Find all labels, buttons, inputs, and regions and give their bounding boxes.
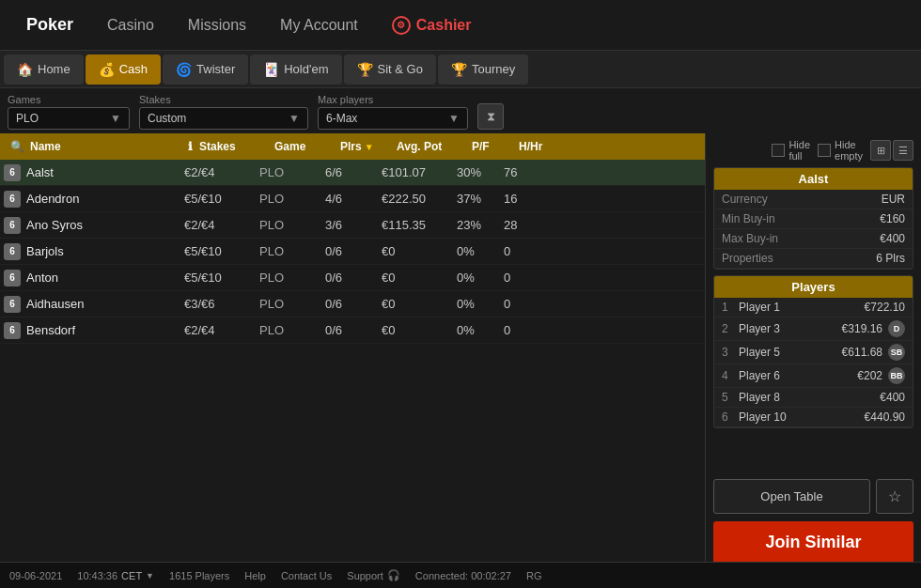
row-stakes: €3/€6: [184, 297, 259, 311]
player-num: 1: [722, 301, 733, 314]
hide-empty-checkbox-box[interactable]: [818, 144, 831, 157]
tourney-icon: 🏆: [451, 62, 467, 77]
favorite-button[interactable]: ☆: [876, 479, 913, 514]
status-help[interactable]: Help: [244, 570, 266, 581]
rg-label[interactable]: RG: [526, 570, 542, 581]
row-name: Aalst: [26, 165, 165, 179]
player-num: 2: [722, 322, 733, 335]
tab-cash[interactable]: 💰 Cash: [86, 54, 161, 85]
minbuyin-row: Min Buy-in €160: [714, 209, 913, 229]
maxbuyin-value: €400: [880, 232, 905, 245]
player-chips: €611.68: [821, 346, 882, 359]
nav-poker[interactable]: Poker: [9, 0, 90, 50]
stakes-filter-select[interactable]: Custom ▼: [139, 107, 308, 130]
nav-casino[interactable]: Casino: [90, 0, 171, 50]
table-row[interactable]: 6 Aalst €2/€4 PLO 6/6 €101.07 30% 76: [0, 160, 705, 186]
nav-missions[interactable]: Missions: [171, 0, 263, 50]
table-area: 🔍 Name ℹ Stakes Game Plrs ▼ Avg. Pot P/F…: [0, 133, 705, 571]
info-column-header: ℹ: [180, 140, 199, 153]
players-count: 1615 Players: [169, 570, 229, 581]
row-hhr: 0: [504, 323, 551, 337]
player-row: 3 Player 5 €611.68 SB: [714, 341, 913, 364]
row-plrs: 4/6: [325, 192, 382, 206]
games-filter-arrow: ▼: [110, 112, 121, 125]
hide-full-checkbox-box[interactable]: [772, 144, 785, 157]
support-icon: 🎧: [387, 569, 400, 581]
row-game: PLO: [259, 192, 325, 206]
stakes-filter-value: Custom: [148, 112, 186, 125]
tab-sitgo[interactable]: 🏆 Sit & Go: [344, 54, 436, 85]
row-game: PLO: [259, 271, 325, 285]
player-row: 6 Player 10 €440.90: [714, 408, 913, 427]
nav-myaccount[interactable]: My Account: [263, 0, 375, 50]
table-row[interactable]: 6 Bensdorf €2/€4 PLO 0/6 €0 0% 0: [0, 317, 705, 344]
maxplayers-filter-label: Max players: [318, 94, 468, 105]
row-name: Anton: [26, 271, 165, 285]
filter-bar: Games PLO ▼ Stakes Custom ▼ Max players …: [0, 88, 921, 133]
table-header: 🔍 Name ℹ Stakes Game Plrs ▼ Avg. Pot P/F…: [0, 133, 705, 160]
row-avgpot: €222.50: [382, 192, 457, 206]
row-avgpot: €0: [382, 297, 457, 311]
open-table-button[interactable]: Open Table: [713, 479, 870, 514]
row-badge: 6: [4, 217, 21, 234]
grid-view-icon[interactable]: ⊞: [870, 140, 891, 161]
properties-value: 6 Plrs: [876, 252, 905, 265]
player-name: Player 5: [739, 346, 816, 359]
row-plrs: 0/6: [325, 323, 382, 337]
top-navigation: Poker Casino Missions My Account ⚙ Cashi…: [0, 0, 921, 51]
table-info-title: Aalst: [714, 168, 913, 190]
tab-holdem[interactable]: 🃏 Hold'em: [250, 54, 341, 85]
plrs-sort-icon: ▼: [365, 142, 374, 152]
tab-sitgo-label: Sit & Go: [378, 62, 423, 76]
games-filter-value: PLO: [16, 112, 39, 125]
table-row[interactable]: 6 Adendron €5/€10 PLO 4/6 €222.50 37% 16: [0, 186, 705, 212]
games-filter-select[interactable]: PLO ▼: [8, 107, 130, 130]
row-plrs: 0/6: [325, 297, 382, 311]
right-panel: Hidefull Hideempty ⊞ ☰ Aalst Currency EU…: [705, 133, 921, 571]
status-support[interactable]: Support 🎧: [347, 569, 400, 581]
search-header[interactable]: 🔍: [4, 140, 30, 153]
row-stakes: €5/€10: [184, 271, 259, 285]
properties-row: Properties 6 Plrs: [714, 249, 913, 269]
hide-full-checkbox[interactable]: Hidefull: [772, 139, 810, 162]
tab-tourney[interactable]: 🏆 Tourney: [438, 54, 528, 85]
help-label[interactable]: Help: [244, 570, 266, 581]
hide-empty-checkbox[interactable]: Hideempty: [818, 139, 863, 162]
tab-home[interactable]: 🏠 Home: [4, 54, 84, 85]
table-row[interactable]: 6 Ano Syros €2/€4 PLO 3/6 €115.35 23% 28: [0, 212, 705, 239]
avgpot-column-header: Avg. Pot: [397, 140, 472, 153]
row-hhr: 0: [504, 271, 551, 285]
row-hhr: 16: [504, 192, 551, 206]
row-hhr: 28: [504, 218, 551, 232]
row-game: PLO: [259, 165, 325, 179]
support-label[interactable]: Support: [347, 570, 383, 581]
join-similar-button[interactable]: Join Similar: [713, 521, 913, 564]
row-stakes: €5/€10: [184, 244, 259, 258]
tab-tourney-label: Tourney: [472, 62, 515, 76]
status-contact[interactable]: Contact Us: [281, 570, 332, 581]
filter-funnel-button[interactable]: ⧗: [477, 103, 504, 130]
table-row[interactable]: 6 Aidhausen €3/€6 PLO 0/6 €0 0% 0: [0, 291, 705, 317]
list-view-icon[interactable]: ☰: [893, 140, 913, 161]
status-bar: 09-06-2021 10:43:36 CET ▼ 1615 Players H…: [0, 562, 921, 588]
games-filter-label: Games: [8, 94, 130, 105]
table-row[interactable]: 6 Barjols €5/€10 PLO 0/6 €0 0% 0: [0, 239, 705, 265]
stakes-filter-group: Stakes Custom ▼: [139, 94, 308, 130]
row-stakes: €2/€4: [184, 165, 259, 179]
twister-icon: 🌀: [176, 62, 192, 77]
row-stakes: €2/€4: [184, 218, 259, 232]
row-badge: 6: [4, 243, 21, 260]
players-panel: Players 1 Player 1 €722.10 2 Player 3 €3…: [713, 275, 913, 428]
status-rg[interactable]: RG: [526, 570, 542, 581]
funnel-icon: ⧗: [487, 109, 495, 124]
row-hhr: 0: [504, 297, 551, 311]
cash-icon: 💰: [99, 62, 115, 77]
table-row[interactable]: 6 Anton €5/€10 PLO 0/6 €0 0% 0: [0, 265, 705, 291]
nav-cashier[interactable]: ⚙ Cashier: [375, 0, 489, 50]
contact-label[interactable]: Contact Us: [281, 570, 332, 581]
player-num: 4: [722, 369, 733, 382]
maxplayers-filter-select[interactable]: 6-Max ▼: [318, 107, 468, 130]
row-badge: 6: [4, 322, 21, 339]
tab-twister-label: Twister: [196, 62, 235, 76]
tab-twister[interactable]: 🌀 Twister: [163, 54, 248, 85]
